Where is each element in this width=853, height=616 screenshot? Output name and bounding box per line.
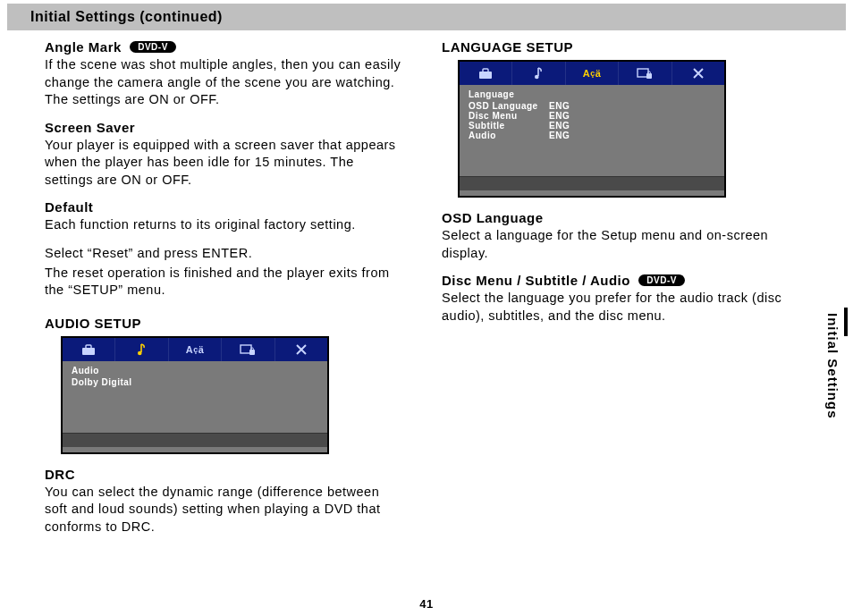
language-aa-icon: Açä bbox=[169, 338, 222, 361]
angle-mark-title-text: Angle Mark bbox=[45, 39, 122, 55]
language-osd-row: Audio ENG bbox=[467, 131, 717, 140]
svg-rect-5 bbox=[251, 348, 254, 350]
audio-osd-header: Audio bbox=[70, 364, 320, 377]
music-note-icon bbox=[115, 338, 168, 361]
svg-point-2 bbox=[138, 350, 142, 355]
content-columns: Angle Mark DVD-V If the scene was shot m… bbox=[0, 39, 853, 546]
toolbox-icon bbox=[460, 62, 512, 85]
osd-row-key: Disc Menu bbox=[469, 111, 549, 121]
disc-menu-text: Select the language you prefer for the a… bbox=[442, 290, 817, 325]
language-osd-row: Subtitle ENG bbox=[467, 121, 717, 131]
music-note-icon bbox=[512, 62, 565, 85]
language-aa-icon: Açä bbox=[566, 62, 619, 85]
osd-language-title: OSD Language bbox=[442, 210, 817, 225]
side-tab-label: Initial Settings bbox=[825, 313, 840, 419]
svg-point-8 bbox=[535, 75, 539, 80]
audio-osd-row-label: Dolby Digital bbox=[72, 377, 152, 387]
osd-row-val: ENG bbox=[549, 101, 570, 111]
language-setup-panel: Açä Language OSD Language ENG Disc Menu … bbox=[458, 60, 726, 198]
close-x-icon bbox=[275, 338, 327, 361]
language-osd-body: Language OSD Language ENG Disc Menu ENG … bbox=[460, 85, 724, 176]
drc-text: You can select the dynamic range (differ… bbox=[45, 484, 406, 536]
audio-osd-row: Dolby Digital bbox=[70, 377, 320, 387]
screen-lock-icon bbox=[619, 62, 671, 85]
disc-menu-title-text: Disc Menu / Subtitle / Audio bbox=[442, 273, 630, 288]
close-x-icon bbox=[672, 62, 724, 85]
osd-row-val: ENG bbox=[549, 121, 570, 131]
osd-row-val: ENG bbox=[549, 131, 570, 140]
osd-tab-bar: Açä bbox=[460, 62, 724, 85]
default-line1: Each function returns to its original fa… bbox=[45, 216, 406, 234]
osd-row-key: OSD Language bbox=[469, 101, 549, 111]
audio-osd-body: Audio Dolby Digital bbox=[63, 361, 327, 433]
angle-mark-text: If the scene was shot multiple angles, t… bbox=[45, 56, 406, 109]
audio-osd-footer bbox=[63, 433, 327, 447]
default-line2: Select “Reset” and press ENTER. bbox=[45, 245, 406, 263]
screen-saver-title: Screen Saver bbox=[45, 120, 406, 135]
screen-lock-icon bbox=[222, 338, 274, 361]
screen-saver-text: Your player is equipped with a screen sa… bbox=[45, 137, 406, 190]
language-osd-row: OSD Language ENG bbox=[467, 101, 717, 111]
dvd-v-badge: DVD-V bbox=[638, 274, 685, 286]
side-indicator-bar bbox=[844, 308, 848, 336]
osd-row-val: ENG bbox=[549, 111, 570, 121]
svg-rect-11 bbox=[648, 72, 651, 74]
default-title: Default bbox=[45, 199, 406, 215]
svg-rect-7 bbox=[483, 69, 488, 72]
right-column: LANGUAGE SETUP Açä Language bbox=[442, 39, 817, 546]
osd-row-key: Audio bbox=[469, 131, 549, 140]
language-osd-footer bbox=[460, 176, 724, 190]
osd-tab-bar: Açä bbox=[63, 338, 327, 361]
page-header: Initial Settings (continued) bbox=[7, 4, 846, 30]
language-osd-row: Disc Menu ENG bbox=[467, 111, 717, 121]
svg-rect-1 bbox=[86, 345, 91, 349]
language-setup-title: LANGUAGE SETUP bbox=[442, 39, 817, 55]
osd-language-text: Select a language for the Setup menu and… bbox=[442, 227, 817, 262]
angle-mark-title: Angle Mark DVD-V bbox=[45, 39, 406, 55]
default-line3: The reset operation is finished and the … bbox=[45, 265, 406, 300]
drc-title: DRC bbox=[45, 467, 406, 482]
toolbox-icon bbox=[63, 338, 115, 361]
osd-row-key: Subtitle bbox=[469, 121, 549, 131]
disc-menu-title: Disc Menu / Subtitle / Audio DVD-V bbox=[442, 273, 817, 288]
audio-setup-title: AUDIO SETUP bbox=[45, 316, 406, 331]
dvd-v-badge: DVD-V bbox=[130, 41, 176, 53]
language-osd-header: Language bbox=[467, 88, 717, 101]
left-column: Angle Mark DVD-V If the scene was shot m… bbox=[45, 39, 406, 546]
audio-setup-panel: Açä Audio Dolby Digital bbox=[61, 336, 329, 454]
page-number: 41 bbox=[0, 597, 853, 611]
